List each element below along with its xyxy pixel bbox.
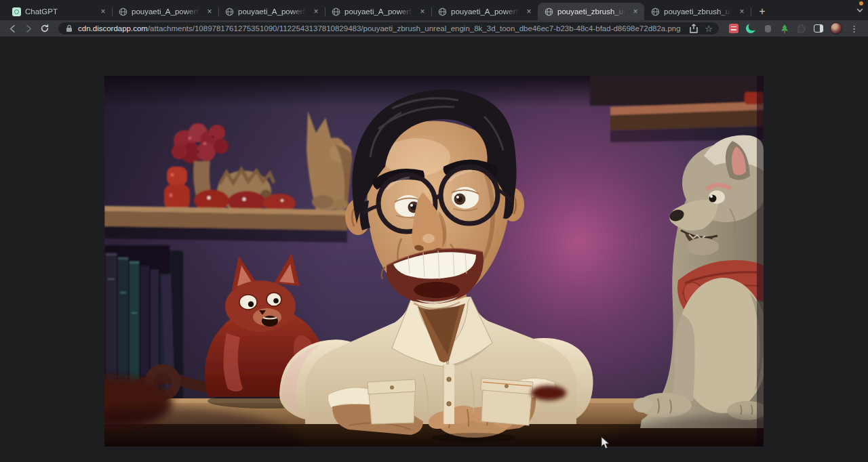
tab-close-icon[interactable]: × (98, 7, 108, 16)
extensions-area: ⋮ (726, 22, 863, 35)
profile-avatar[interactable] (830, 22, 842, 35)
tab-close-icon[interactable]: × (205, 7, 214, 16)
update-indicator-dot (859, 1, 863, 5)
tab-pouyaeti-zbrush-2[interactable]: pouyaeti_zbrush_unreal_engin × (644, 3, 751, 20)
tab-pouyaeti-2[interactable]: pouyaeti_A_powerful_modern × (218, 3, 325, 20)
tab-strip: ChatGPT × pouyaeti_A_powerful_modern × p… (0, 0, 868, 20)
tab-title: pouyaeti_A_powerful_modern (238, 7, 307, 16)
address-bar[interactable]: cdn.discordapp.com/attachments/108978176… (58, 22, 719, 35)
dark-puzzle-extension-icon[interactable] (796, 23, 807, 34)
tab-title: pouyaeti_zbrush_unreal_engin (664, 7, 733, 16)
globe-icon (331, 7, 340, 16)
top-right-shelf (590, 76, 764, 142)
globe-icon (224, 7, 234, 16)
tree-extension-icon[interactable] (779, 23, 790, 34)
tab-close-icon[interactable]: × (311, 7, 321, 16)
mouse-cursor (601, 436, 610, 450)
globe-icon (118, 7, 127, 16)
forward-icon[interactable] (22, 22, 35, 35)
url-path: /attachments/1089781761275351090/1122543… (148, 24, 681, 33)
chatgpt-icon (12, 7, 21, 16)
lock-icon[interactable] (64, 24, 74, 33)
tab-pouyaeti-1[interactable]: pouyaeti_A_powerful_modern × (112, 3, 218, 20)
reload-icon[interactable] (38, 22, 52, 35)
share-icon[interactable] (690, 24, 698, 33)
url-domain: cdn.discordapp.com (78, 24, 148, 33)
tab-title: pouyaeti_A_powerful_modern (132, 7, 201, 16)
tab-pouyaeti-4[interactable]: pouyaeti_A_powerful_modern × (431, 3, 538, 20)
page-content (0, 37, 868, 462)
globe-icon (544, 7, 553, 16)
tab-title: pouyaeti_zbrush_unreal_engin (557, 7, 627, 16)
tab-close-icon[interactable]: × (737, 7, 747, 16)
tab-pouyaeti-zbrush-active[interactable]: pouyaeti_zbrush_unreal_engin × (538, 3, 644, 20)
tab-title: pouyaeti_A_powerful_modern (344, 7, 414, 16)
tab-close-icon[interactable]: × (524, 7, 534, 16)
back-icon[interactable] (5, 22, 19, 35)
url-text[interactable]: cdn.discordapp.com/attachments/108978176… (78, 24, 684, 33)
navigation-toolbar: cdn.discordapp.com/attachments/108978176… (0, 20, 868, 37)
dark-reader-moon-icon[interactable] (745, 23, 756, 34)
browser-window: ChatGPT × pouyaeti_A_powerful_modern × p… (0, 0, 868, 462)
side-panel-icon[interactable] (813, 23, 824, 34)
cartoon-scene (104, 76, 764, 446)
tab-pouyaeti-3[interactable]: pouyaeti_A_powerful_modern × (325, 3, 431, 20)
tab-close-icon[interactable]: × (631, 7, 640, 16)
globe-icon (437, 7, 447, 16)
globe-icon (650, 7, 660, 16)
red-extension-icon[interactable] (728, 23, 739, 34)
tab-close-icon[interactable]: × (418, 7, 427, 16)
bookmark-star-icon[interactable]: ☆ (705, 24, 713, 33)
menu-kebab-icon[interactable]: ⋮ (848, 24, 860, 33)
gray-extension-icon[interactable] (762, 23, 773, 34)
tab-title: pouyaeti_A_powerful_modern (451, 7, 520, 16)
discord-attachment-image[interactable] (104, 76, 764, 446)
tab-title: ChatGPT (25, 7, 94, 16)
tab-chatgpt[interactable]: ChatGPT × (5, 3, 112, 20)
new-tab-button[interactable]: + (753, 3, 771, 20)
tab-search-chevron-icon[interactable] (856, 6, 864, 14)
